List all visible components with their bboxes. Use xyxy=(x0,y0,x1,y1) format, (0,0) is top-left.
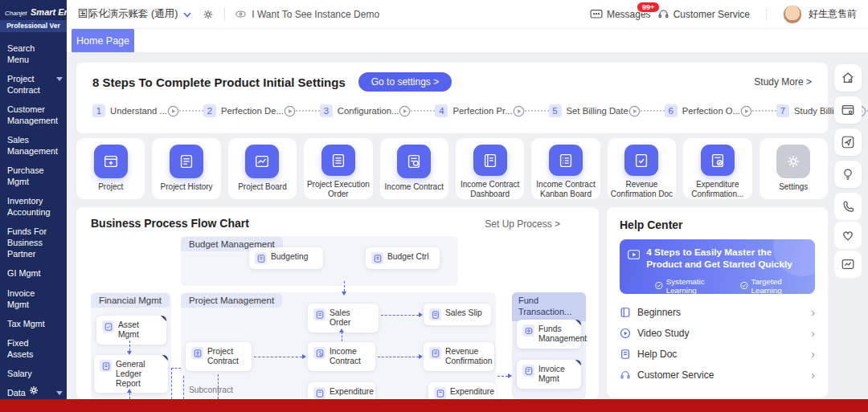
play-icon[interactable] xyxy=(399,105,411,117)
set-up-process-link[interactable]: Set Up Process > xyxy=(485,218,560,230)
kanban-list-icon xyxy=(549,145,583,176)
flow-box-asset-mgmt[interactable]: Asset Mgmt xyxy=(96,316,166,345)
play-icon[interactable] xyxy=(628,105,641,117)
sidebar-item-label: Invoice Mgmt xyxy=(7,288,35,309)
sidebar-item-sales-management[interactable]: Sales Management xyxy=(0,130,67,161)
sidebar-item-invoice-mgmt[interactable]: Invoice Mgmt xyxy=(0,284,67,314)
flow-box-revenue-confirmation[interactable]: Revenue Confirmation xyxy=(424,342,494,371)
sidebar-item-gl-mgmt[interactable]: GI Mgmt xyxy=(0,263,67,283)
check-circle-icon xyxy=(655,281,663,290)
sidebar-item-inventory-accounting[interactable]: Inventory Accounting xyxy=(0,191,67,222)
tile-project-history[interactable]: Project History xyxy=(152,138,220,199)
help-item-help-doc[interactable]: Help Doc› xyxy=(620,344,815,365)
play-icon[interactable] xyxy=(740,105,752,117)
flow-box-label: General Ledger Report xyxy=(116,360,162,388)
flow-connector xyxy=(183,376,184,399)
play-icon[interactable] xyxy=(167,105,179,117)
flow-box-project-contract[interactable]: Project Contract xyxy=(186,342,252,371)
rail-tips-button[interactable] xyxy=(834,161,862,188)
flow-box-label: Revenue Confirmation xyxy=(445,347,492,366)
sidebar-item-fixed-assets[interactable]: Fixed Assets xyxy=(0,333,67,364)
tile-income-contract[interactable]: Income Contract xyxy=(380,138,448,199)
sidebar-item-search-menu[interactable]: Search Menu xyxy=(0,39,67,69)
customer-service-button[interactable]: Customer Service xyxy=(657,8,750,20)
help-item-beginners[interactable]: Beginners› xyxy=(620,302,815,323)
doc-check-circle-icon xyxy=(701,145,735,176)
tab-home-page[interactable]: Home Page xyxy=(72,29,134,52)
tile-revenue-confirmation-doc[interactable]: Revenue Confirmation Doc xyxy=(608,138,676,199)
step-item[interactable]: 1Understand ... xyxy=(92,104,167,117)
sidebar-item-funds-for-business-partner[interactable]: Funds For Business Partner xyxy=(0,222,67,263)
flow-box-label: Expenditure xyxy=(330,387,374,399)
step-item[interactable]: 4Perfection Pr... xyxy=(435,104,512,117)
banner-badge: Targeted Learning xyxy=(740,277,807,294)
invoice-coin-icon xyxy=(397,145,431,178)
tile-project-execution-order[interactable]: Project Execution Order xyxy=(304,138,372,199)
sidebar-item-project-contract[interactable]: Project Contract xyxy=(0,69,67,100)
avatar[interactable] xyxy=(783,5,802,24)
step-number: 2 xyxy=(203,104,216,117)
play-icon[interactable] xyxy=(284,105,296,117)
account-set-dropdown[interactable]: 国际化演示账套 (通用) xyxy=(78,7,192,21)
rail-send-button[interactable] xyxy=(834,128,862,156)
help-item-video-study[interactable]: Video Study› xyxy=(620,323,815,344)
sidebar-item-customer-management[interactable]: Customer Management xyxy=(0,100,67,130)
step-item[interactable]: 3Configuration... xyxy=(320,104,399,117)
instance-demo-label: I Want To See Instance Demo xyxy=(252,9,379,20)
rail-favorites-button[interactable] xyxy=(834,222,862,249)
panel-settings-icon xyxy=(841,103,855,117)
sidebar-item-salary[interactable]: Salary xyxy=(0,364,67,383)
banner-title: 4 Steps to Easily Master the Product and… xyxy=(646,247,807,271)
invoice-icon xyxy=(522,365,534,377)
flow-box-label: Project Contract xyxy=(207,347,246,366)
arrow-down-icon xyxy=(342,292,346,296)
flow-box-invoice-mgmt[interactable]: Invoice Mgmt xyxy=(517,360,581,389)
rail-phone-button[interactable] xyxy=(834,193,862,220)
sidebar-item-label: Customer Management xyxy=(7,104,58,125)
instance-demo-link[interactable]: I Want To See Instance Demo xyxy=(235,8,379,20)
help-center-title: Help Center xyxy=(620,218,815,231)
go-to-settings-button[interactable]: Go to settings > xyxy=(358,72,452,92)
flow-box-sales-slip[interactable]: Sales Slip xyxy=(424,304,491,325)
step-item[interactable]: 6Perfection O... xyxy=(665,104,740,117)
step-item[interactable]: 2Perfection De... xyxy=(203,104,284,117)
play-icon[interactable] xyxy=(513,105,525,117)
help-item-customer-service[interactable]: Customer Service› xyxy=(620,365,815,385)
sidebar-item-purchase-mgmt[interactable]: Purchase Mgmt xyxy=(0,161,67,191)
step-label: Set Billing Date xyxy=(567,106,628,116)
tile-settings[interactable]: Settings xyxy=(760,138,828,199)
flow-box-budget-ctrl[interactable]: Budget Ctrl xyxy=(366,247,440,269)
tile-project-board[interactable]: Project Board xyxy=(228,138,297,199)
help-banner[interactable]: 4 Steps to Easily Master the Product and… xyxy=(620,239,815,294)
step-label: Perfection O... xyxy=(682,106,740,116)
sidebar-item-label: Funds For Business Partner xyxy=(7,226,47,259)
chart-window-icon xyxy=(245,145,279,178)
contract-icon xyxy=(313,347,326,359)
flow-box-budgeting[interactable]: Budgeting xyxy=(249,247,323,269)
tile-income-contract-kanban-board[interactable]: Income Contract Kanban Board xyxy=(531,138,600,199)
sidebar-item-label: Purchase Mgmt xyxy=(7,165,44,186)
tile-project[interactable]: Project xyxy=(76,138,145,199)
flow-box-expenditure-2[interactable]: Expenditure xyxy=(428,382,496,399)
sidebar-settings-button[interactable] xyxy=(0,385,67,396)
messages-button[interactable]: Messages 99+ xyxy=(590,9,651,20)
ledger-icon xyxy=(473,145,507,176)
rail-panel-settings-button[interactable] xyxy=(834,96,862,124)
flow-box-general-ledger-report[interactable]: General Ledger Report xyxy=(94,355,168,393)
step-number: 1 xyxy=(92,104,105,117)
tile-expenditure-confirmation[interactable]: Expenditure Confirmation... xyxy=(683,138,751,199)
step-number: 6 xyxy=(665,104,678,117)
flow-box-expenditure[interactable]: Expenditure xyxy=(308,382,375,399)
rail-home-settings-button[interactable] xyxy=(834,64,862,92)
subcontract-label: Subcontract xyxy=(189,385,233,394)
flow-box-funds-management[interactable]: Funds Management xyxy=(517,320,581,349)
headset-icon xyxy=(620,369,631,381)
step-connector xyxy=(752,110,776,112)
flow-box-income-contract[interactable]: Income Contract xyxy=(308,342,375,371)
study-more-link[interactable]: Study More > xyxy=(754,76,812,88)
gear-icon[interactable] xyxy=(202,8,215,21)
tile-income-contract-dashboard[interactable]: Income Contract Dashboard xyxy=(456,138,524,199)
sidebar-item-tax-mgmt[interactable]: Tax Mgmt xyxy=(0,314,67,333)
rail-monitor-chart-button[interactable] xyxy=(834,251,862,278)
step-item[interactable]: 5Set Billing Date xyxy=(549,104,628,117)
